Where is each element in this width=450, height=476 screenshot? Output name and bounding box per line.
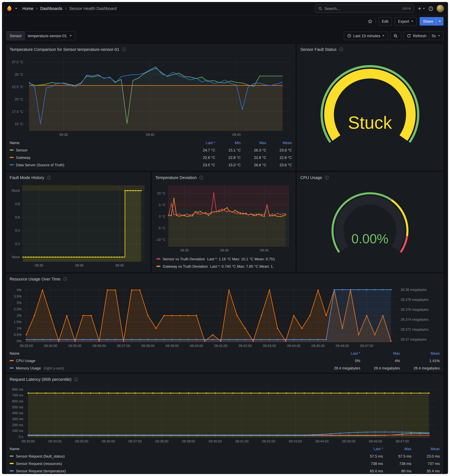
legend-value: 23.6 °C xyxy=(266,148,292,152)
svg-text:0.2: 0.2 xyxy=(15,242,20,246)
refresh-interval-select[interactable]: 5s xyxy=(432,34,436,38)
legend-row[interactable]: Gateway22.8 °C22.8 °C22.8 °C22.8 °C xyxy=(10,154,292,161)
legend-header-col[interactable]: Max xyxy=(241,140,266,145)
sensor-variable-select[interactable]: temperature-sensor-01 xyxy=(25,31,75,40)
grafana-logo[interactable] xyxy=(6,5,13,12)
legend-row[interactable]: Data Server (Source of Truth)23.5 °C15.0… xyxy=(10,161,292,169)
series-name[interactable]: Gateway xyxy=(16,155,30,160)
legend-header-col[interactable]: Mean xyxy=(411,446,440,451)
svg-text:None: None xyxy=(12,255,20,259)
help-button[interactable]: ? xyxy=(428,6,433,11)
info-icon[interactable]: ⓘ xyxy=(74,377,78,381)
info-icon[interactable]: ⓘ xyxy=(199,176,203,180)
legend-value: 23.5 °C xyxy=(190,163,215,167)
edit-button[interactable]: Edit xyxy=(378,17,392,26)
svg-text:09:36:00: 09:36:00 xyxy=(93,344,106,348)
svg-text:5 °C: 5 °C xyxy=(159,203,166,207)
svg-text:0.00%: 0.00% xyxy=(351,231,389,246)
legend-value: 737 ms xyxy=(411,461,440,466)
series-name[interactable]: Sensor Request (resources) xyxy=(16,461,62,466)
breadcrumb-home[interactable]: Home xyxy=(23,6,33,11)
info-icon[interactable]: ⓘ xyxy=(47,176,51,180)
legend-row[interactable]: Sensor Request (temperature)65.0 ms80 ms… xyxy=(10,467,440,474)
legend-header-col[interactable]: Max xyxy=(360,351,400,355)
svg-text:25 °C: 25 °C xyxy=(15,72,23,76)
resource-usage-chart[interactable]: 0%0.5%1%1.5%2%2.5%3%3.5%4%09:33:0009:34:… xyxy=(9,284,440,349)
user-avatar[interactable] xyxy=(437,5,444,12)
svg-text:09:42:00: 09:42:00 xyxy=(262,439,275,443)
series-name[interactable]: CPU Usage xyxy=(16,358,35,363)
legend-header-col[interactable]: Max xyxy=(383,446,411,451)
legend-row[interactable]: Sensor Request (fault_status)57.5 ms57.5… xyxy=(10,452,440,460)
series-name[interactable]: Gateway vs Truth Deviation xyxy=(163,264,208,268)
series-color-marker xyxy=(10,150,14,151)
svg-text:100 ms: 100 ms xyxy=(12,429,23,433)
legend-header-col[interactable]: Min xyxy=(215,140,241,145)
toolbar-divider xyxy=(375,18,375,24)
temperature-comparison-chart[interactable]: 15 °C17.5 °C20 °C22.5 °C25 °C27.5 °C09:3… xyxy=(9,54,292,139)
panel-header[interactable]: Temperature Comparison for Sensor temper… xyxy=(7,45,295,54)
share-button[interactable]: Share xyxy=(420,17,444,26)
info-icon[interactable]: ⓘ xyxy=(63,277,67,281)
svg-text:27.5 °C: 27.5 °C xyxy=(12,60,23,64)
info-icon[interactable]: ⓘ xyxy=(325,176,329,180)
share-menu-button[interactable] xyxy=(436,17,443,25)
legend-row[interactable]: CPU Usage0%4%1.41% xyxy=(10,357,440,364)
svg-text:17.5 °C: 17.5 °C xyxy=(12,110,23,114)
svg-text:700 ms: 700 ms xyxy=(12,393,23,397)
panel-header[interactable]: Temperature Deviation ⓘ xyxy=(153,173,295,182)
panel-header[interactable]: Fault Mode History ⓘ xyxy=(7,173,150,182)
star-dashboard-button[interactable] xyxy=(367,19,372,24)
series-color-marker xyxy=(10,456,14,457)
panel-header[interactable]: CPU Usage ⓘ xyxy=(297,173,443,182)
refresh-button[interactable]: Refresh 5s xyxy=(403,31,444,40)
request-latency-chart[interactable]: 0 s100 ms200 ms300 ms400 ms500 ms600 ms7… xyxy=(9,384,440,445)
legend-row[interactable]: Memory Usage(right y-axis)28.4 megabytes… xyxy=(10,364,440,372)
svg-text:800 ms: 800 ms xyxy=(12,387,23,391)
svg-text:1%: 1% xyxy=(17,326,22,330)
legend-row[interactable]: Sensor Request (resources)738 ms738 ms73… xyxy=(10,460,440,467)
series-name[interactable]: Sensor Request (fault_status) xyxy=(16,454,65,458)
svg-text:200 ms: 200 ms xyxy=(12,423,23,427)
svg-text:15 °C: 15 °C xyxy=(15,122,23,126)
svg-text:2%: 2% xyxy=(17,313,22,317)
legend-header-col[interactable]: Last * xyxy=(320,351,360,355)
series-name[interactable]: Sensor Request (temperature) xyxy=(16,469,66,473)
legend-header-col[interactable]: Last * xyxy=(190,140,215,145)
info-icon[interactable]: ⓘ xyxy=(339,48,343,51)
panel-header[interactable]: Resource Usage Over Time ⓘ xyxy=(7,274,443,284)
legend-row[interactable]: Sensor vs Truth DeviationLast *: 1.16 °C… xyxy=(156,255,291,263)
fault-mode-history-chart[interactable]: None0.20.40.60.8Stuck09:3509:4009:45 xyxy=(9,182,147,269)
legend-header-col[interactable]: Last * xyxy=(355,446,383,451)
series-color-marker xyxy=(10,360,14,361)
breadcrumb-dashboards[interactable]: Dashboards xyxy=(40,6,62,11)
search-input[interactable]: Search... ctrl+k xyxy=(315,4,414,13)
legend-row[interactable]: Gateway vs Truth DeviationLast *: 0.740 … xyxy=(156,263,291,270)
info-icon[interactable]: ⓘ xyxy=(122,48,126,51)
chevron-right-icon xyxy=(65,7,67,10)
panel-header[interactable]: Request Latency (95th percentile) ⓘ xyxy=(7,374,443,384)
export-button[interactable]: Export xyxy=(395,17,417,26)
series-name[interactable]: Data Server (Source of Truth) xyxy=(16,163,64,167)
panel-title: Temperature Deviation xyxy=(155,175,197,180)
series-name[interactable]: Memory Usage xyxy=(16,366,41,370)
panel-temperature-deviation: Temperature Deviation ⓘ -10 °C-5 °C0 °C5… xyxy=(152,173,295,272)
resource-usage-legend: NameLast *MaxMeanCPU Usage0%4%1.41%Memor… xyxy=(7,349,443,372)
legend-value: 22.8 °C xyxy=(215,155,241,160)
series-name[interactable]: Sensor vs Truth Deviation xyxy=(163,257,205,261)
time-range-picker[interactable]: Last 15 minutes xyxy=(344,31,388,40)
svg-text:3%: 3% xyxy=(17,301,22,305)
panel-header[interactable]: Sensor Fault Status ⓘ xyxy=(297,45,443,54)
svg-text:09:45: 09:45 xyxy=(260,248,269,252)
org-switcher-caret-icon[interactable] xyxy=(15,8,17,9)
zoom-out-button[interactable] xyxy=(390,31,401,40)
add-button[interactable] xyxy=(417,6,425,11)
svg-text:Stuck: Stuck xyxy=(348,113,392,133)
legend-row[interactable]: Sensor24.7 °C15.1 °C26.3 °C23.6 °C xyxy=(10,146,292,154)
page-frame: Home Dashboards Sensor Health Dashboard … xyxy=(0,0,450,476)
panel-title: Fault Mode History xyxy=(10,175,44,180)
temperature-deviation-chart[interactable]: -10 °C-5 °C0 °C5 °C10 °C09:3509:4009:45 xyxy=(155,182,292,254)
series-name[interactable]: Sensor xyxy=(16,148,28,152)
legend-header-col[interactable]: Mean xyxy=(266,140,292,145)
legend-header-col[interactable]: Mean xyxy=(400,351,440,355)
